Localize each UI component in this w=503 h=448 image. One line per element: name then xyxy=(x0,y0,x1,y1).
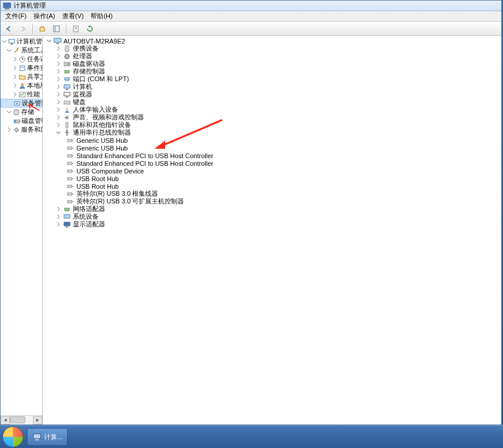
expand-icon[interactable] xyxy=(6,127,12,132)
expand-icon[interactable] xyxy=(56,92,61,97)
expand-icon[interactable] xyxy=(12,74,18,79)
dev-cat-usb-controllers[interactable]: 通用串行总线控制器 xyxy=(45,129,501,136)
expand-icon[interactable] xyxy=(56,122,61,128)
performance-icon xyxy=(19,91,26,98)
svg-rect-33 xyxy=(64,101,70,104)
expand-icon[interactable] xyxy=(12,92,18,97)
label: Generic USB Hub xyxy=(76,145,128,152)
svg-point-26 xyxy=(68,63,69,65)
dev-cat-processors[interactable]: 处理器 xyxy=(45,52,501,60)
menu-help[interactable]: 帮助(H) xyxy=(87,12,116,21)
tree-item-task-scheduler[interactable]: 任务计划程 xyxy=(1,55,42,63)
svg-rect-62 xyxy=(33,434,41,439)
expand-icon[interactable] xyxy=(56,54,61,59)
svg-rect-31 xyxy=(64,92,70,96)
collapse-icon[interactable] xyxy=(56,130,61,135)
tree-item-device-manager[interactable]: 设备管理器 xyxy=(1,99,42,108)
label: 本地用户和 xyxy=(27,81,42,90)
usb-device-item[interactable]: Generic USB Hub xyxy=(45,136,501,144)
collapse-icon[interactable] xyxy=(6,48,12,53)
svg-rect-24 xyxy=(65,55,69,58)
body: 计算机管理(本 系统工具 任务计划程 xyxy=(1,36,501,424)
expand-icon[interactable] xyxy=(12,65,18,71)
device-tree[interactable]: AUTOBVT-M2RA9E2 便携设备 处理器 磁盘驱动器 存储控制器 端口 … xyxy=(43,36,501,228)
up-button[interactable] xyxy=(36,23,48,35)
left-tree[interactable]: 计算机管理(本 系统工具 任务计划程 xyxy=(1,36,42,415)
usb-device-item[interactable]: 英特尔(R) USB 3.0 可扩展主机控制器 xyxy=(45,198,501,205)
left-horizontal-scrollbar[interactable]: ◄ ► xyxy=(1,415,42,424)
tree-item-disk-management[interactable]: 磁盘管理 xyxy=(1,116,42,125)
expand-icon[interactable] xyxy=(56,46,61,51)
dev-cat-portable[interactable]: 便携设备 xyxy=(45,45,501,52)
menu-file[interactable]: 文件(F) xyxy=(2,12,30,21)
expand-icon[interactable] xyxy=(56,115,61,120)
refresh-button[interactable] xyxy=(84,23,96,35)
usb-icon xyxy=(63,129,71,136)
tree-item-local-users[interactable]: 本地用户和 xyxy=(1,81,42,90)
tree-item-performance[interactable]: 性能 xyxy=(1,90,42,99)
svg-rect-46 xyxy=(68,170,72,172)
svg-rect-58 xyxy=(64,222,70,226)
expand-icon[interactable] xyxy=(56,61,61,66)
tree-item-root[interactable]: 计算机管理(本 xyxy=(1,37,42,46)
titlebar[interactable]: 计算机管理 xyxy=(1,1,501,11)
tree-item-storage[interactable]: 存储 xyxy=(1,108,42,116)
dev-cat-disk-drives[interactable]: 磁盘驱动器 xyxy=(45,60,501,68)
usb-device-item[interactable]: USB Root Hub xyxy=(45,175,501,182)
dev-cat-network[interactable]: 网络适配器 xyxy=(45,205,501,213)
storage-ctrl-icon xyxy=(63,68,71,75)
svg-rect-50 xyxy=(68,185,72,188)
scroll-left-button[interactable]: ◄ xyxy=(1,416,10,424)
tree-item-shared-folders[interactable]: 共享文件夹 xyxy=(1,72,42,81)
tree-item-event-viewer[interactable]: 事件查看器 xyxy=(1,63,42,72)
collapse-icon[interactable] xyxy=(6,109,12,115)
expand-icon[interactable] xyxy=(56,107,61,112)
expand-icon[interactable] xyxy=(56,99,61,105)
collapse-icon[interactable] xyxy=(2,39,7,44)
properties-button[interactable] xyxy=(70,23,82,35)
svg-rect-56 xyxy=(65,208,69,210)
usb-device-item[interactable]: Generic USB Hub xyxy=(45,144,501,152)
expand-icon[interactable] xyxy=(12,83,18,88)
svg-rect-21 xyxy=(54,38,61,42)
usb-device-icon xyxy=(66,145,75,152)
back-button[interactable] xyxy=(3,23,15,35)
computer-icon xyxy=(8,38,15,45)
event-icon xyxy=(19,65,26,72)
expand-icon[interactable] xyxy=(56,206,61,212)
dev-cat-ports[interactable]: 端口 (COM 和 LPT) xyxy=(45,75,501,83)
clock-icon xyxy=(19,56,26,63)
dev-cat-computer[interactable]: 计算机 xyxy=(45,83,501,91)
expand-icon[interactable] xyxy=(56,222,61,227)
dev-cat-monitors[interactable]: 监视器 xyxy=(45,91,501,98)
device-root[interactable]: AUTOBVT-M2RA9E2 xyxy=(45,37,501,45)
svg-rect-57 xyxy=(64,215,70,218)
label: USB Composite Device xyxy=(76,168,144,175)
svg-rect-49 xyxy=(72,178,73,179)
expand-icon[interactable] xyxy=(56,76,61,82)
menu-view[interactable]: 查看(V) xyxy=(59,12,88,21)
expand-icon[interactable] xyxy=(12,56,18,62)
expand-icon[interactable] xyxy=(56,84,61,89)
taskbar[interactable]: 计算... xyxy=(0,425,503,448)
expand-icon[interactable] xyxy=(56,214,61,219)
dev-cat-system-devices[interactable]: 系统设备 xyxy=(45,213,501,220)
expand-icon[interactable] xyxy=(56,69,61,74)
show-hide-tree-button[interactable] xyxy=(51,23,62,35)
tree-item-system-tools[interactable]: 系统工具 xyxy=(1,46,42,55)
usb-device-item[interactable]: Standard Enhanced PCI to USB Host Contro… xyxy=(45,159,501,167)
taskbar-item-compmgmt[interactable]: 计算... xyxy=(27,428,68,446)
dev-cat-display[interactable]: 显示适配器 xyxy=(45,220,501,228)
collapse-icon[interactable] xyxy=(46,38,52,44)
scroll-thumb[interactable] xyxy=(10,416,25,423)
menu-action[interactable]: 操作(A) xyxy=(30,12,59,21)
scroll-track[interactable] xyxy=(10,416,33,424)
usb-device-icon xyxy=(66,198,75,205)
start-button[interactable] xyxy=(2,426,24,447)
tree-item-services-apps[interactable]: 服务和应用程 xyxy=(1,125,42,134)
usb-device-item[interactable]: USB Composite Device xyxy=(45,167,501,175)
forward-button[interactable] xyxy=(17,23,29,35)
scroll-right-button[interactable]: ► xyxy=(33,416,42,424)
label: Generic USB Hub xyxy=(76,137,128,144)
usb-device-item[interactable]: Standard Enhanced PCI to USB Host Contro… xyxy=(45,152,501,159)
